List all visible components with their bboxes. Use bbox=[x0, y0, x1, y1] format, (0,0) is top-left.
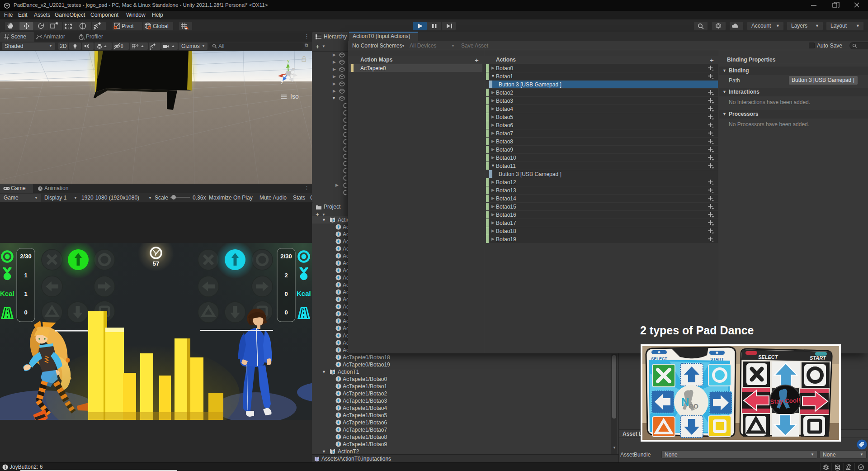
svg-text:eo: eo bbox=[689, 401, 698, 410]
svg-text:2: 2 bbox=[284, 272, 288, 279]
svg-text:2/30: 2/30 bbox=[280, 253, 292, 260]
svg-text:1: 1 bbox=[24, 272, 27, 279]
svg-text:0: 0 bbox=[121, 44, 123, 49]
svg-text:0: 0 bbox=[284, 309, 288, 316]
svg-text:START: START bbox=[810, 355, 826, 361]
svg-text:SELECT: SELECT bbox=[758, 354, 778, 360]
svg-text:Kcal: Kcal bbox=[297, 290, 311, 297]
svg-text:N: N bbox=[681, 396, 689, 408]
svg-text:2/30: 2/30 bbox=[20, 253, 31, 260]
svg-text:1: 1 bbox=[24, 290, 27, 297]
svg-text:z: z bbox=[281, 80, 283, 85]
svg-text:0: 0 bbox=[284, 290, 288, 297]
svg-text:Iso: Iso bbox=[290, 93, 299, 100]
svg-text:Kcal: Kcal bbox=[0, 290, 14, 297]
svg-text:0: 0 bbox=[24, 309, 27, 316]
svg-text:57: 57 bbox=[153, 260, 159, 267]
svg-text:y: y bbox=[287, 58, 290, 63]
